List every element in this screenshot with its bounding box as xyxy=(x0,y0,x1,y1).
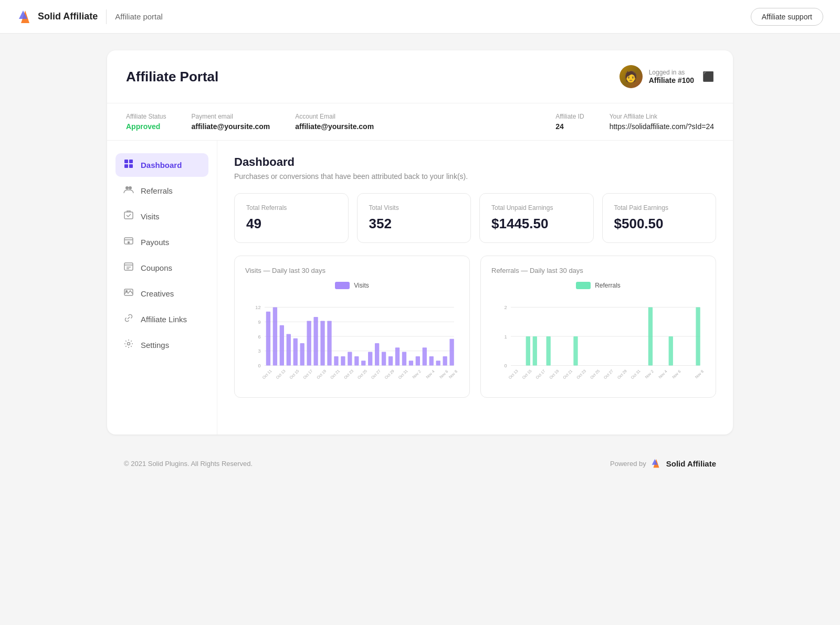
dashboard-subtitle: Purchases or conversions that have been … xyxy=(234,172,716,181)
svg-rect-38 xyxy=(327,321,331,365)
avatar: 🧑 xyxy=(620,65,643,88)
svg-point-18 xyxy=(128,343,130,345)
affiliate-name: Affiliate #100 xyxy=(649,76,694,84)
sidebar-item-dashboard[interactable]: Dashboard xyxy=(116,153,208,177)
svg-rect-49 xyxy=(402,352,406,366)
dashboard-title: Dashboard xyxy=(234,155,716,169)
svg-rect-50 xyxy=(409,361,413,365)
visits-chart-card: Visits — Daily last 30 days Visits xyxy=(234,256,470,398)
svg-text:Oct 25: Oct 25 xyxy=(589,368,601,380)
svg-text:Oct 21: Oct 21 xyxy=(562,368,573,380)
affiliate-links-icon xyxy=(123,313,134,326)
logo: Solid Affiliate xyxy=(17,8,98,25)
svg-text:6: 6 xyxy=(258,334,260,340)
sidebar-item-settings[interactable]: Settings xyxy=(116,333,208,357)
portal-header: Affiliate Portal 🧑 Logged in as Affiliat… xyxy=(107,50,733,103)
svg-rect-40 xyxy=(341,356,345,366)
charts-row: Visits — Daily last 30 days Visits xyxy=(234,256,716,398)
svg-rect-35 xyxy=(307,321,311,365)
footer-right: Powered by Solid Affiliate xyxy=(610,458,716,469)
header-left: Solid Affiliate Affiliate portal xyxy=(17,8,163,25)
main-container: Affiliate Portal 🧑 Logged in as Affiliat… xyxy=(94,50,746,480)
payment-email-value: affiliate@yoursite.com xyxy=(192,122,270,131)
user-info: 🧑 Logged in as Affiliate #100 ⬛ xyxy=(620,65,714,88)
total-unpaid-card: Total Unpaid Earnings $1445.50 xyxy=(479,193,594,243)
referrals-legend-box xyxy=(576,282,591,289)
sidebar-affiliate-links-label: Affiliate Links xyxy=(141,315,187,324)
svg-text:Oct 31: Oct 31 xyxy=(397,368,409,380)
svg-rect-41 xyxy=(348,352,352,366)
svg-rect-55 xyxy=(443,356,447,366)
total-unpaid-label: Total Unpaid Earnings xyxy=(491,204,582,211)
svg-rect-32 xyxy=(287,334,291,365)
affiliate-id-value: 24 xyxy=(555,122,564,131)
svg-rect-29 xyxy=(266,312,270,366)
visits-icon xyxy=(123,210,134,223)
visits-chart-svg: 12 9 6 3 0 xyxy=(245,298,459,385)
header-subtitle: Affiliate portal xyxy=(115,12,163,21)
svg-rect-42 xyxy=(354,356,359,366)
svg-text:Oct 19: Oct 19 xyxy=(316,368,327,380)
svg-text:Nov 6: Nov 6 xyxy=(671,369,681,379)
svg-text:Nov 2: Nov 2 xyxy=(412,369,422,379)
svg-rect-37 xyxy=(320,321,324,365)
account-email-value: affiliate@yoursite.com xyxy=(295,122,374,131)
logo-text: Solid Affiliate xyxy=(38,11,98,22)
dashboard-main: Dashboard Purchases or conversions that … xyxy=(217,141,733,435)
svg-point-7 xyxy=(129,186,132,189)
svg-rect-46 xyxy=(382,352,386,366)
avatar-image: 🧑 xyxy=(620,65,643,88)
svg-rect-82 xyxy=(547,336,551,366)
affiliate-status-value: Approved xyxy=(126,122,160,131)
svg-text:Nov 4: Nov 4 xyxy=(425,369,435,379)
svg-rect-56 xyxy=(449,339,454,366)
sidebar-item-affiliate-links[interactable]: Affiliate Links xyxy=(116,308,208,331)
logo-icon xyxy=(17,8,34,25)
svg-point-6 xyxy=(125,186,129,189)
logout-icon[interactable]: ⬛ xyxy=(702,71,714,82)
account-email-item: Account Email affiliate@yoursite.com xyxy=(295,113,374,131)
svg-rect-31 xyxy=(280,325,284,366)
sidebar-item-creatives[interactable]: Creatives xyxy=(116,282,208,305)
svg-text:Nov 4: Nov 4 xyxy=(658,369,668,379)
logged-in-label: Logged in as xyxy=(649,69,694,76)
footer-brand: Solid Affiliate xyxy=(666,459,716,468)
sidebar-item-payouts[interactable]: Payouts xyxy=(116,230,208,254)
svg-rect-34 xyxy=(300,343,304,366)
settings-icon xyxy=(123,338,134,352)
svg-rect-51 xyxy=(416,356,420,366)
affiliate-status-label: Affiliate Status xyxy=(126,113,166,120)
sidebar-item-referrals[interactable]: Referrals xyxy=(116,179,208,203)
portal-card: Affiliate Portal 🧑 Logged in as Affiliat… xyxy=(107,50,733,435)
payouts-icon xyxy=(123,236,134,249)
sidebar-visits-label: Visits xyxy=(141,212,160,221)
referrals-chart-svg: 2 1 0 xyxy=(491,298,705,385)
svg-text:9: 9 xyxy=(258,320,260,325)
sidebar-item-coupons[interactable]: Coupons xyxy=(116,256,208,280)
content-area: Dashboard Referrals Visits xyxy=(107,141,733,435)
svg-text:Oct 15: Oct 15 xyxy=(289,368,300,380)
svg-text:Oct 13: Oct 13 xyxy=(275,368,287,380)
svg-text:Nov 8: Nov 8 xyxy=(448,369,458,379)
svg-rect-97 xyxy=(648,308,653,366)
svg-rect-39 xyxy=(334,356,338,366)
svg-text:Nov 2: Nov 2 xyxy=(644,369,655,379)
svg-rect-79 xyxy=(526,336,530,366)
referrals-icon xyxy=(123,184,134,197)
sidebar-coupons-label: Coupons xyxy=(141,263,172,272)
total-visits-label: Total Visits xyxy=(369,204,459,211)
svg-rect-36 xyxy=(313,317,318,366)
total-referrals-value: 49 xyxy=(246,216,337,232)
total-paid-card: Total Paid Earnings $500.50 xyxy=(602,193,717,243)
sidebar-item-visits[interactable]: Visits xyxy=(116,205,208,228)
visits-legend-label: Visits xyxy=(354,282,369,289)
referrals-chart-legend: Referrals xyxy=(491,282,705,289)
svg-rect-8 xyxy=(124,212,133,219)
footer-powered-by: Powered by xyxy=(610,460,646,468)
referrals-chart-card: Referrals — Daily last 30 days Referrals… xyxy=(480,256,716,398)
svg-rect-52 xyxy=(423,347,427,365)
svg-text:Nov 6: Nov 6 xyxy=(438,369,449,379)
referrals-legend-label: Referrals xyxy=(595,282,621,289)
affiliate-support-button[interactable]: Affiliate support xyxy=(751,8,823,26)
svg-text:Oct 17: Oct 17 xyxy=(535,368,547,380)
